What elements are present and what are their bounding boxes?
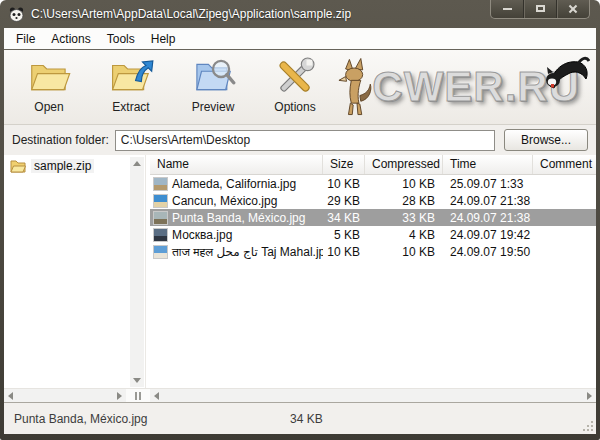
options-tools-icon bbox=[272, 55, 318, 99]
extract-folder-icon bbox=[108, 55, 154, 99]
maximize-button[interactable] bbox=[523, 0, 556, 18]
destination-row: Destination folder: Browse... bbox=[4, 125, 596, 155]
splitter-handle[interactable] bbox=[126, 389, 150, 402]
file-name: Punta Banda, México.jpg bbox=[172, 211, 305, 225]
open-label: Open bbox=[34, 100, 63, 114]
file-size: 5 KB bbox=[323, 228, 365, 242]
destination-input[interactable] bbox=[115, 130, 495, 151]
scroll-right-icon[interactable] bbox=[112, 389, 126, 403]
maximize-icon bbox=[536, 5, 545, 12]
tree-vertical-scrollbar[interactable] bbox=[130, 157, 144, 387]
column-header-size[interactable]: Size bbox=[323, 155, 365, 174]
scroll-up-icon[interactable] bbox=[130, 157, 144, 171]
menu-help[interactable]: Help bbox=[143, 30, 184, 48]
zipeg-panda-icon bbox=[8, 6, 25, 23]
file-compressed-size: 10 KB bbox=[365, 177, 443, 191]
preview-button[interactable]: Preview bbox=[172, 55, 254, 114]
list-header: Name Size Compressed Time Comment bbox=[150, 155, 596, 175]
minimize-button[interactable] bbox=[491, 0, 523, 18]
file-name-cell: Москва.jpg bbox=[150, 228, 323, 242]
status-filesize: 34 KB bbox=[290, 412, 323, 426]
open-button[interactable]: Open bbox=[8, 55, 90, 114]
file-name: Москва.jpg bbox=[172, 228, 232, 242]
thumbnail-icon bbox=[153, 245, 168, 259]
extract-label: Extract bbox=[112, 100, 149, 114]
file-name-cell: Alameda, California.jpg bbox=[150, 177, 323, 191]
thumbnail-icon bbox=[153, 228, 168, 242]
tree-horizontal-scrollbar[interactable] bbox=[4, 389, 126, 402]
thumbnail-icon bbox=[153, 211, 168, 225]
table-row[interactable]: Москва.jpg 5 KB 4 KB 24.09.07 19:42 bbox=[150, 226, 596, 243]
menu-actions[interactable]: Actions bbox=[43, 30, 98, 48]
scroll-right-icon[interactable] bbox=[582, 389, 596, 403]
list-horizontal-scrollbar[interactable] bbox=[150, 389, 596, 402]
toolbar: Open Extract Preview bbox=[4, 50, 596, 125]
column-header-comment[interactable]: Comment bbox=[533, 155, 596, 174]
menu-tools[interactable]: Tools bbox=[99, 30, 143, 48]
file-time: 24.09.07 21:38 bbox=[443, 194, 533, 208]
status-bar: Punta Banda, México.jpg 34 KB bbox=[4, 402, 596, 434]
column-header-time[interactable]: Time bbox=[443, 155, 533, 174]
title-bar[interactable]: C:\Users\Artem\AppData\Local\Zipeg\Appli… bbox=[0, 0, 600, 28]
preview-folder-icon bbox=[190, 55, 236, 99]
menu-file[interactable]: File bbox=[8, 30, 43, 48]
menu-bar: File Actions Tools Help bbox=[4, 28, 596, 50]
column-header-name[interactable]: Name bbox=[150, 155, 323, 174]
tree-item-label: sample.zip bbox=[31, 159, 94, 173]
thumbnail-icon bbox=[153, 194, 168, 208]
table-row[interactable]: ताज महल تاج محل Taj Mahal.jpg 10 KB 10 K… bbox=[150, 243, 596, 260]
thumbnail-icon bbox=[153, 177, 168, 191]
file-time: 25.09.07 1:33 bbox=[443, 177, 533, 191]
archive-tree-panel: sample.zip bbox=[4, 155, 146, 388]
file-name-cell: ताज महल تاج محل Taj Mahal.jpg bbox=[150, 245, 323, 259]
file-name: ताज महल تاج محل Taj Mahal.jpg bbox=[172, 245, 323, 259]
tree-item-sample-zip[interactable]: sample.zip bbox=[4, 155, 145, 175]
file-name-cell: Punta Banda, México.jpg bbox=[150, 211, 323, 225]
content-area: sample.zip Name Size Compressed Time Com… bbox=[4, 155, 596, 388]
file-name-cell: Cancun, México.jpg bbox=[150, 194, 323, 208]
close-button[interactable] bbox=[556, 0, 589, 18]
close-icon bbox=[568, 4, 578, 14]
window-controls bbox=[490, 0, 590, 19]
table-row[interactable]: Punta Banda, México.jpg 34 KB 33 KB 24.0… bbox=[150, 209, 596, 226]
table-row[interactable]: Alameda, California.jpg 10 KB 10 KB 25.0… bbox=[150, 175, 596, 192]
file-compressed-size: 4 KB bbox=[365, 228, 443, 242]
file-time: 24.09.07 21:38 bbox=[443, 211, 533, 225]
file-time: 24.09.07 19:50 bbox=[443, 245, 533, 259]
open-folder-icon bbox=[26, 55, 72, 99]
coyote-mascot-icon bbox=[338, 56, 376, 118]
scroll-left-icon[interactable] bbox=[4, 389, 18, 403]
status-filename: Punta Banda, México.jpg bbox=[14, 412, 147, 426]
destination-label: Destination folder: bbox=[12, 133, 109, 147]
file-size: 10 KB bbox=[323, 245, 365, 259]
file-compressed-size: 28 KB bbox=[365, 194, 443, 208]
file-rows: Alameda, California.jpg 10 KB 10 KB 25.0… bbox=[150, 175, 596, 388]
folder-icon bbox=[10, 159, 26, 173]
column-header-compressed[interactable]: Compressed bbox=[365, 155, 443, 174]
window-title: C:\Users\Artem\AppData\Local\Zipeg\Appli… bbox=[31, 7, 351, 21]
file-size: 29 KB bbox=[323, 194, 365, 208]
preview-label: Preview bbox=[192, 100, 235, 114]
file-compressed-size: 10 KB bbox=[365, 245, 443, 259]
file-size: 10 KB bbox=[323, 177, 365, 191]
cat-mascot-icon bbox=[544, 52, 590, 90]
cwer-watermark: CWER.RU bbox=[338, 54, 580, 120]
browse-button[interactable]: Browse... bbox=[504, 129, 588, 151]
file-list-panel: Name Size Compressed Time Comment Alamed… bbox=[150, 155, 596, 388]
horizontal-scroll-row bbox=[4, 388, 596, 402]
zipeg-window: C:\Users\Artem\AppData\Local\Zipeg\Appli… bbox=[0, 0, 600, 440]
scroll-down-icon[interactable] bbox=[130, 373, 144, 387]
file-compressed-size: 33 KB bbox=[365, 211, 443, 225]
client-area: File Actions Tools Help Open Extract bbox=[4, 28, 596, 434]
extract-button[interactable]: Extract bbox=[90, 55, 172, 114]
options-button[interactable]: Options bbox=[254, 55, 336, 114]
table-row[interactable]: Cancun, México.jpg 29 KB 28 KB 24.09.07 … bbox=[150, 192, 596, 209]
file-name: Cancun, México.jpg bbox=[172, 194, 277, 208]
file-size: 34 KB bbox=[323, 211, 365, 225]
minimize-icon bbox=[503, 8, 512, 10]
options-label: Options bbox=[274, 100, 315, 114]
resize-grip[interactable] bbox=[581, 419, 593, 431]
file-time: 24.09.07 19:42 bbox=[443, 228, 533, 242]
file-name: Alameda, California.jpg bbox=[172, 177, 296, 191]
scroll-left-icon[interactable] bbox=[150, 389, 164, 403]
